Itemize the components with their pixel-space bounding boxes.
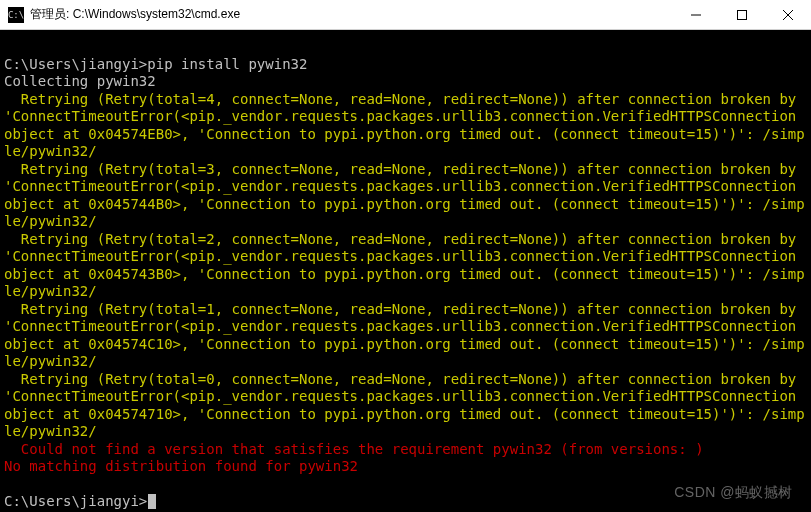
- output-line: Collecting pywin32: [4, 73, 156, 89]
- retry-warning: Retrying (Retry(total=3, connect=None, r…: [4, 161, 805, 230]
- window-title: 管理员: C:\Windows\system32\cmd.exe: [30, 6, 673, 23]
- prompt-path: C:\Users\jiangyi>: [4, 56, 147, 72]
- command-text: pip install pywin32: [147, 56, 307, 72]
- error-line: Could not find a version that satisfies …: [4, 441, 704, 457]
- svg-rect-1: [738, 10, 747, 19]
- window-controls: [673, 0, 811, 29]
- error-line: No matching distribution found for pywin…: [4, 458, 358, 474]
- retry-warning: Retrying (Retry(total=2, connect=None, r…: [4, 231, 805, 300]
- maximize-button[interactable]: [719, 0, 765, 29]
- cmd-icon: C:\: [8, 7, 24, 23]
- titlebar: C:\ 管理员: C:\Windows\system32\cmd.exe: [0, 0, 811, 30]
- retry-warning: Retrying (Retry(total=0, connect=None, r…: [4, 371, 805, 440]
- minimize-button[interactable]: [673, 0, 719, 29]
- terminal-output[interactable]: C:\Users\jiangyi>pip install pywin32 Col…: [0, 30, 811, 512]
- blank-line: [4, 38, 807, 56]
- watermark: CSDN @蚂蚁撼树: [674, 484, 793, 502]
- prompt-path: C:\Users\jiangyi>: [4, 493, 147, 509]
- retry-warning: Retrying (Retry(total=4, connect=None, r…: [4, 91, 805, 160]
- cursor: [148, 494, 156, 509]
- close-button[interactable]: [765, 0, 811, 29]
- retry-warning: Retrying (Retry(total=1, connect=None, r…: [4, 301, 805, 370]
